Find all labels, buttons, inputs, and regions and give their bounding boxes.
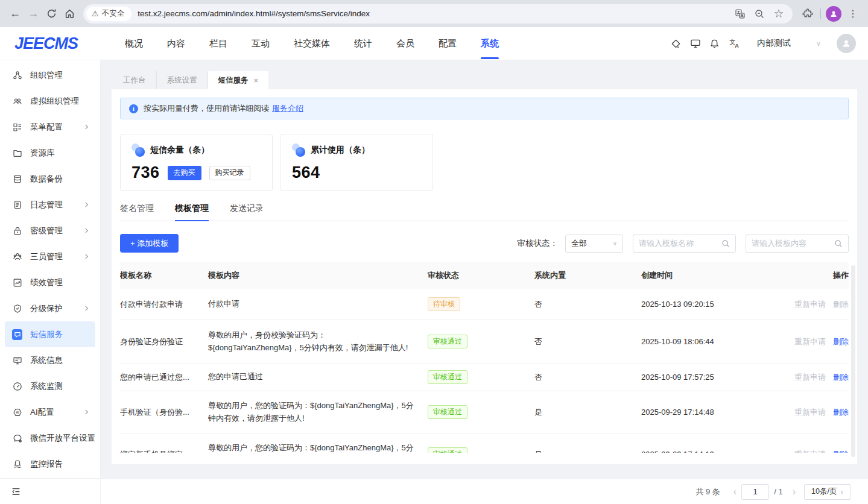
buy-button[interactable]: 去购买 (168, 166, 201, 180)
sidebar-item-label: 绩效管理 (30, 277, 90, 288)
chevron-right-icon (83, 409, 90, 416)
sidebar-item-label: AI配置 (30, 407, 83, 418)
nav-item-content[interactable]: 内容 (155, 27, 197, 60)
nav-item-configuration[interactable]: 配置 (426, 27, 469, 60)
sidebar-item-ai-config[interactable]: AI AI配置 (5, 399, 95, 425)
delete-link[interactable]: 删除 (833, 450, 849, 453)
template-name: 身份验证身份验证 (120, 336, 208, 347)
audit-status-select[interactable]: 全部 ∨ (565, 235, 623, 253)
template-name: 您的申请已通过您... (120, 372, 208, 383)
browser-forward-icon[interactable]: → (24, 5, 42, 23)
delete-link[interactable]: 删除 (833, 408, 849, 417)
chevron-right-icon (83, 201, 90, 209)
bookmark-star-icon[interactable]: ☆ (771, 6, 787, 22)
close-tab-icon[interactable]: × (254, 76, 259, 85)
sidebar-item-label: 密级管理 (30, 225, 83, 236)
search-icon[interactable] (834, 239, 843, 248)
address-bar[interactable]: ⚠ 不安全 test.x2.jeecms.com/admin/index.htm… (83, 4, 793, 24)
workspace-tab-dashboard[interactable]: 工作台 (113, 71, 157, 89)
sidebar-item-performance-management[interactable]: 绩效管理 (5, 269, 95, 295)
status-badge: 审核通过 (428, 370, 467, 385)
sidebar-item-resource-library[interactable]: 资源库 (5, 140, 95, 166)
section-tabs: 签名管理 模板管理 发送记录 (120, 203, 849, 221)
people-group-icon (12, 251, 22, 262)
sidebar-item-label: 三员管理 (30, 251, 83, 262)
sidebar-item-system-monitor[interactable]: 系统监测 (5, 373, 95, 399)
page-size-select[interactable]: 10条/页 ∨ (804, 484, 851, 500)
extensions-puzzle-icon[interactable] (800, 6, 816, 22)
banner-text: 按实际用量付费，使用前请详细阅读 (144, 103, 269, 114)
security-chip[interactable]: ⚠ 不安全 (86, 7, 131, 21)
sidebar-item-classification-management[interactable]: 密级管理 (5, 218, 95, 244)
nav-item-members[interactable]: 会员 (384, 27, 426, 60)
virtual-org-icon (12, 96, 22, 106)
workspace-tab-sms-service[interactable]: 短信服务 × (208, 71, 269, 89)
browser-home-icon[interactable] (60, 5, 78, 23)
nav-item-interaction[interactable]: 互动 (239, 27, 282, 60)
page-number-input[interactable] (741, 484, 769, 500)
translate-page-icon[interactable] (732, 6, 748, 22)
sidebar-item-monitoring-report[interactable]: 监控报告 (5, 451, 95, 477)
notification-bell-icon[interactable] (705, 34, 724, 53)
builtin-value: 是 (534, 407, 641, 418)
sidebar-item-menu-config[interactable]: 菜单配置 (5, 114, 95, 140)
chevron-right-icon (83, 227, 90, 235)
delete-link: 删除 (833, 300, 849, 309)
delete-link[interactable]: 删除 (833, 373, 849, 382)
zoom-out-icon[interactable] (752, 6, 767, 22)
tab-signature-management[interactable]: 签名管理 (120, 203, 154, 221)
sidebar-item-sms-service[interactable]: 短信服务 (5, 321, 95, 347)
sidebar-item-data-backup[interactable]: 数据备份 (5, 166, 95, 192)
created-time: 2025-10-13 09:20:15 (641, 300, 789, 309)
sidebar-item-label: 数据备份 (30, 174, 90, 184)
sms-used-card: 累计使用（条） 564 (280, 134, 433, 191)
org-network-icon (12, 70, 22, 80)
environment-name[interactable]: 内部测试 (757, 38, 791, 49)
log-document-icon (12, 200, 22, 210)
tab-template-management[interactable]: 模板管理 (175, 203, 209, 221)
sidebar-item-virtual-org-management[interactable]: 虚拟组织管理 (5, 88, 95, 114)
tab-label: 系统设置 (167, 75, 197, 86)
service-intro-link[interactable]: 服务介绍 (272, 103, 303, 114)
workspace-tab-system-settings[interactable]: 系统设置 (157, 71, 208, 89)
template-content-input[interactable] (752, 239, 834, 248)
nav-item-statistics[interactable]: 统计 (342, 27, 384, 60)
nav-item-overview[interactable]: 概况 (113, 27, 155, 60)
table-row: 付款申请付款申请 付款申请 待审核 否 2025-10-13 09:20:15 … (120, 289, 849, 320)
delete-link[interactable]: 删除 (833, 337, 849, 346)
chevron-down-icon[interactable]: ∨ (816, 40, 821, 48)
purchase-record-button[interactable]: 购买记录 (209, 166, 250, 180)
table-scrollbar[interactable] (851, 265, 855, 457)
browser-menu-icon[interactable]: ⋮ (844, 5, 862, 23)
sidebar-item-log-management[interactable]: 日志管理 (5, 192, 95, 218)
top-nav: 概况 内容 栏目 互动 社交媒体 统计 会员 配置 系统 (113, 27, 511, 60)
nav-item-channel[interactable]: 栏目 (197, 27, 239, 60)
browser-reload-icon[interactable] (42, 5, 60, 23)
prev-page-icon[interactable]: ‹ (729, 487, 741, 497)
sidebar-item-wechat-open-platform[interactable]: 微信开放平台设置 (5, 425, 95, 451)
language-switch-icon[interactable]: 文A (724, 34, 744, 53)
nav-item-system[interactable]: 系统 (469, 27, 511, 60)
screen-monitor-icon[interactable] (686, 34, 705, 53)
template-name-input[interactable] (639, 239, 721, 248)
add-template-button[interactable]: + 添加模板 (120, 234, 179, 253)
sidebar-item-three-member-management[interactable]: 三员管理 (5, 244, 95, 269)
sidebar-item-org-management[interactable]: 组织管理 (5, 62, 95, 88)
nav-item-social-media[interactable]: 社交媒体 (282, 27, 342, 60)
warning-triangle-icon: ⚠ (92, 9, 99, 18)
collapse-sidebar-icon[interactable] (11, 487, 21, 497)
clear-cache-icon[interactable] (667, 34, 686, 53)
tab-send-records[interactable]: 发送记录 (230, 203, 264, 221)
sidebar-item-system-info[interactable]: 系统信息 (5, 347, 95, 373)
user-avatar[interactable] (837, 34, 856, 53)
sidebar-item-hierarchical-protection[interactable]: 分级保护 (5, 295, 95, 321)
page-separator: / (774, 487, 776, 496)
browser-back-icon[interactable]: ← (6, 5, 24, 23)
next-page-icon[interactable]: › (788, 487, 800, 497)
chevron-down-icon: ∨ (840, 489, 844, 495)
url-text: test.x2.jeecms.com/admin/index.html#/sys… (138, 9, 732, 18)
search-icon[interactable] (721, 239, 730, 248)
browser-profile-avatar[interactable] (826, 6, 841, 22)
template-name: 绑定新手机号绑定 (120, 449, 208, 453)
jeecms-logo[interactable]: JEECMS (14, 34, 78, 53)
